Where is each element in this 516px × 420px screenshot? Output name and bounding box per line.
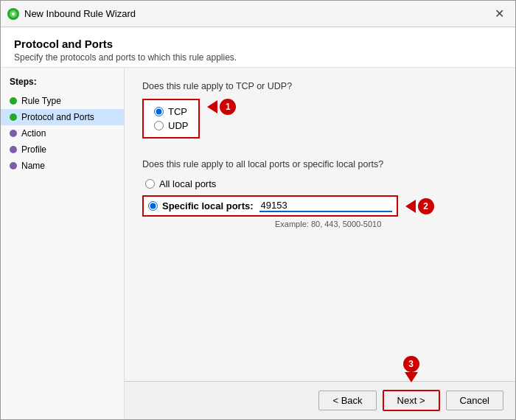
main-content: Does this rule apply to TCP or UDP? TCP …	[125, 68, 515, 381]
udp-label[interactable]: UDP	[168, 120, 188, 131]
sidebar-label-protocol-ports: Protocol and Ports	[21, 112, 94, 122]
annotation-2: 2	[405, 198, 434, 214]
sidebar-steps-label: Steps:	[1, 77, 124, 93]
sidebar: Steps: Rule Type Protocol and Ports Acti…	[1, 68, 125, 419]
tcp-udp-box: TCP UDP	[142, 99, 200, 139]
badge-1: 1	[220, 99, 236, 115]
arrow-3-icon	[405, 372, 418, 382]
all-ports-option[interactable]: All local ports	[142, 177, 498, 191]
next-button[interactable]: Next >	[383, 390, 440, 411]
question1-text: Does this rule apply to TCP or UDP?	[142, 81, 498, 91]
page-header: Protocol and Ports Specify the protocols…	[1, 27, 515, 68]
sidebar-label-name: Name	[21, 161, 45, 171]
arrow-2-icon	[405, 200, 416, 213]
annotation-1: 1	[207, 99, 236, 115]
sidebar-label-profile: Profile	[21, 144, 46, 155]
title-text: New Inbound Rule Wizard	[24, 8, 136, 19]
tcp-option[interactable]: TCP	[151, 105, 191, 119]
specific-ports-label[interactable]: Specific local ports:	[162, 200, 254, 211]
sidebar-item-profile[interactable]: Profile	[1, 141, 124, 158]
dot-protocol-ports	[10, 113, 17, 121]
all-ports-radio[interactable]	[145, 179, 155, 189]
dot-profile	[10, 146, 17, 153]
main-window: New Inbound Rule Wizard ✕ Protocol and P…	[0, 0, 516, 420]
arrow-1-icon	[207, 100, 217, 113]
dot-name	[10, 162, 17, 169]
udp-radio[interactable]	[154, 121, 164, 130]
app-icon	[7, 7, 20, 21]
title-bar: New Inbound Rule Wizard ✕	[1, 1, 515, 27]
tcp-radio[interactable]	[154, 107, 164, 116]
specific-ports-radio[interactable]	[148, 201, 158, 211]
next-btn-wrap: 3 Next >	[383, 390, 440, 411]
sidebar-item-protocol-ports[interactable]: Protocol and Ports	[1, 109, 124, 125]
dot-action	[10, 130, 17, 137]
title-bar-left: New Inbound Rule Wizard	[7, 7, 136, 21]
annotation-3: 3	[403, 356, 419, 385]
port-input[interactable]	[259, 200, 392, 212]
dot-rule-type	[10, 97, 17, 105]
page-subtitle: Specify the protocols and ports to which…	[14, 52, 502, 63]
page-title: Protocol and Ports	[14, 38, 502, 50]
ports-section: All local ports Specific local ports: 2	[142, 177, 498, 228]
sidebar-label-action: Action	[21, 128, 46, 139]
badge-2: 2	[418, 198, 434, 214]
content-area: Steps: Rule Type Protocol and Ports Acti…	[1, 68, 515, 419]
question2-text: Does this rule apply to all local ports …	[142, 159, 498, 169]
example-text: Example: 80, 443, 5000-5010	[275, 220, 498, 228]
main-panel: Does this rule apply to TCP or UDP? TCP …	[125, 68, 515, 419]
specific-ports-row: Specific local ports:	[142, 195, 398, 217]
all-ports-label[interactable]: All local ports	[159, 178, 216, 189]
close-button[interactable]: ✕	[489, 5, 509, 23]
sidebar-item-action[interactable]: Action	[1, 125, 124, 141]
back-button[interactable]: < Back	[318, 391, 376, 410]
sidebar-item-rule-type[interactable]: Rule Type	[1, 93, 124, 109]
footer: < Back 3 Next > Cancel	[125, 381, 515, 419]
tcp-label[interactable]: TCP	[168, 106, 187, 117]
sidebar-item-name[interactable]: Name	[1, 158, 124, 174]
udp-option[interactable]: UDP	[151, 119, 191, 133]
cancel-button[interactable]: Cancel	[446, 391, 503, 410]
sidebar-label-rule-type: Rule Type	[21, 96, 61, 106]
badge-3: 3	[403, 356, 419, 372]
svg-point-2	[12, 13, 15, 15]
